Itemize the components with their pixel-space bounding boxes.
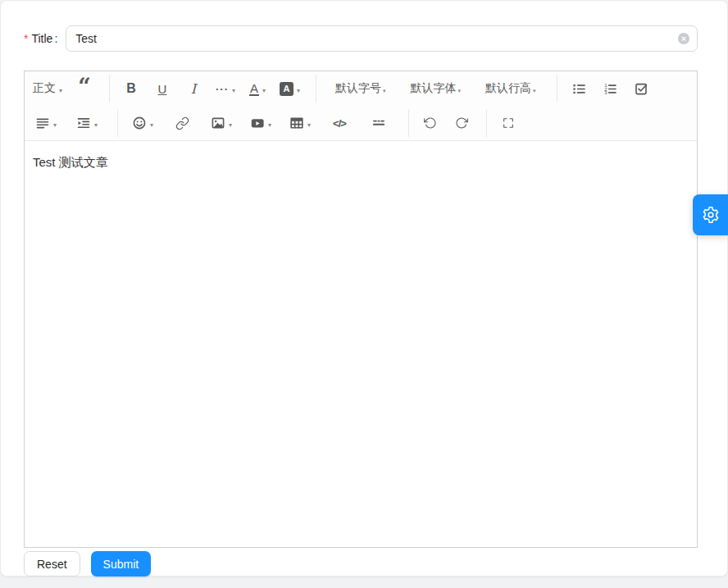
image-icon xyxy=(211,116,225,130)
divider-button[interactable] xyxy=(362,110,396,136)
video-button[interactable] xyxy=(243,110,278,136)
line-height-label: 默认行高 xyxy=(485,81,531,96)
bold-icon: B xyxy=(126,81,136,96)
table-icon xyxy=(289,116,304,130)
align-icon xyxy=(35,116,50,130)
submit-button[interactable]: Submit xyxy=(91,551,152,577)
editor-toolbar: 正文 B U I ··· xyxy=(25,71,697,141)
toolbar-row-1: 正文 B U I ··· xyxy=(28,71,694,106)
italic-icon: I xyxy=(191,81,196,97)
code-block-button[interactable]: </> xyxy=(322,110,357,136)
chevron-down-icon xyxy=(383,82,386,95)
reset-button[interactable]: Reset xyxy=(24,551,80,577)
form-card: * Title : 正文 B xyxy=(0,0,728,577)
bulleted-list-icon xyxy=(571,81,586,96)
font-family-label: 默认字体 xyxy=(411,81,457,96)
video-icon xyxy=(250,116,265,130)
table-button[interactable] xyxy=(283,110,317,136)
editor-paragraph: Test 测试文章 xyxy=(33,153,689,172)
title-input-wrap xyxy=(66,25,698,52)
chevron-down-icon xyxy=(59,82,62,95)
underline-icon: U xyxy=(158,82,167,96)
more-styles-icon: ··· xyxy=(216,83,229,95)
blockquote-icon xyxy=(78,83,91,94)
toolbar-separator xyxy=(117,109,118,137)
toolbar-separator xyxy=(316,75,316,103)
toolbar-separator xyxy=(557,75,557,103)
required-mark: * xyxy=(24,33,28,44)
fullscreen-button[interactable] xyxy=(494,110,522,136)
redo-icon xyxy=(455,116,468,130)
blockquote-button[interactable] xyxy=(71,75,98,102)
toolbar-row-2: </> xyxy=(28,106,694,140)
link-icon xyxy=(175,116,189,130)
header-select-button[interactable]: 正文 xyxy=(28,75,67,102)
indent-select[interactable] xyxy=(69,110,105,136)
form-actions: Reset Submit xyxy=(24,551,151,577)
chevron-down-icon xyxy=(150,116,153,130)
gear-icon xyxy=(702,206,720,224)
chevron-down-icon xyxy=(53,116,57,130)
toolbar-separator xyxy=(408,109,409,137)
clear-input-icon[interactable] xyxy=(678,33,689,44)
code-icon: </> xyxy=(333,117,346,130)
underline-button[interactable]: U xyxy=(148,75,176,102)
toolbar-separator xyxy=(109,75,110,103)
svg-text:3: 3 xyxy=(604,90,607,95)
chevron-down-icon xyxy=(307,116,311,130)
bulleted-list-button[interactable] xyxy=(565,75,593,102)
bg-color-icon: A xyxy=(280,82,293,96)
image-button[interactable] xyxy=(204,110,239,136)
toolbar-separator xyxy=(486,109,487,137)
undo-button[interactable] xyxy=(416,110,444,136)
title-label-colon: : xyxy=(54,32,57,45)
more-styles-button[interactable]: ··· xyxy=(211,75,240,102)
fullscreen-icon xyxy=(502,116,515,130)
todo-checkbox-icon xyxy=(634,81,648,96)
font-color-button[interactable]: A xyxy=(243,75,271,102)
chevron-down-icon xyxy=(262,82,266,95)
align-select[interactable] xyxy=(28,110,64,136)
font-family-select[interactable]: 默认字体 xyxy=(399,75,473,102)
chevron-down-icon xyxy=(229,116,232,130)
emoji-icon xyxy=(132,116,147,130)
chevron-down-icon xyxy=(458,82,462,95)
font-size-select[interactable]: 默认字号 xyxy=(324,75,398,102)
editor-content-area[interactable]: Test 测试文章 xyxy=(25,141,697,547)
header-select-label: 正文 xyxy=(33,81,56,96)
font-size-label: 默认字号 xyxy=(335,81,381,96)
settings-button[interactable] xyxy=(693,194,728,235)
chevron-down-icon xyxy=(232,82,235,95)
redo-button[interactable] xyxy=(448,110,475,136)
numbered-list-button[interactable]: 1 2 3 xyxy=(596,75,624,102)
chevron-down-icon xyxy=(297,82,300,95)
todo-list-button[interactable] xyxy=(627,75,655,102)
bg-color-button[interactable]: A xyxy=(275,75,305,102)
chevron-down-icon xyxy=(533,82,536,95)
title-label: * Title : xyxy=(24,32,66,45)
font-color-icon: A xyxy=(249,82,259,96)
title-form-item: * Title : xyxy=(24,25,698,52)
indent-icon xyxy=(76,116,91,130)
numbered-list-icon: 1 2 3 xyxy=(603,81,617,96)
italic-button[interactable]: I xyxy=(180,75,207,102)
undo-icon xyxy=(424,116,437,130)
bold-button[interactable]: B xyxy=(117,75,145,102)
rich-text-editor: 正文 B U I ··· xyxy=(24,71,698,548)
chevron-down-icon xyxy=(268,116,271,130)
title-input[interactable] xyxy=(66,25,698,52)
emoji-button[interactable] xyxy=(125,110,160,136)
horizontal-rule-icon xyxy=(371,116,386,130)
title-label-text: Title xyxy=(31,32,52,45)
line-height-select[interactable]: 默认行高 xyxy=(474,75,548,102)
link-button[interactable] xyxy=(165,110,199,136)
chevron-down-icon xyxy=(94,116,98,130)
